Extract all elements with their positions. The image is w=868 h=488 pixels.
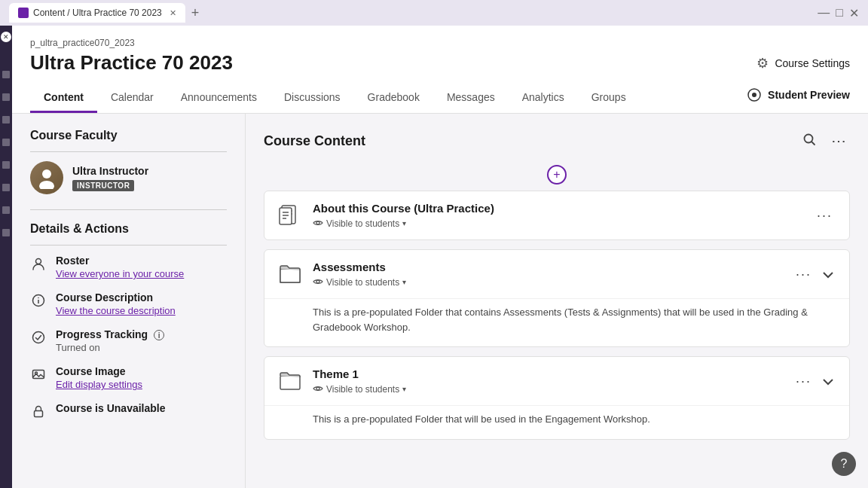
unavailable-label: Course is Unavailable [56,402,166,414]
about-visibility-caret[interactable]: ▾ [402,219,406,227]
about-item-title: About this Course (Ultra Practice) [313,202,803,215]
assessments-item-body: This is a pre-populated Folder that cont… [264,298,849,346]
assessments-visibility-text: Visible to students [326,277,399,288]
detail-item-description: Course Description View the course descr… [30,291,227,316]
avatar-silhouette [35,166,58,189]
help-button[interactable]: ? [832,452,856,476]
course-id: p_ultra_practice070_2023 [30,38,850,48]
svg-point-7 [38,297,39,299]
roster-content: Roster View everyone in your course [56,255,184,279]
about-visibility-row: Visible to students ▾ [313,218,803,229]
browser-tab[interactable]: Content / Ultra Practice 70 2023 ✕ [9,3,185,23]
svg-rect-11 [35,411,43,417]
content-header: Course Content ⋯ [264,129,850,153]
svg-point-3 [39,181,54,189]
progress-label: Progress Tracking i [56,328,164,340]
about-more-button[interactable]: ··· [812,205,837,227]
tab-close-btn[interactable]: ✕ [170,8,176,18]
search-button[interactable] [799,130,819,153]
tab-announcements[interactable]: Announcements [167,84,270,113]
tab-calendar[interactable]: Calendar [97,84,167,113]
about-item-info: About this Course (Ultra Practice) Visib… [313,202,803,229]
tab-gradebook[interactable]: Gradebook [354,84,433,113]
content-section-title: Course Content [264,133,365,149]
svg-rect-25 [280,376,300,389]
description-link[interactable]: View the course description [56,305,176,316]
browser-maximize[interactable]: □ [836,6,843,20]
icon-sidebar: ✕ [0,26,12,488]
detail-item-roster: Roster View everyone in your course [30,255,227,279]
add-content-button[interactable]: + [547,165,567,185]
svg-rect-9 [33,371,44,379]
details-section-title: Details & Actions [30,222,227,246]
progress-info-icon[interactable]: i [154,330,164,340]
unavailable-content: Course is Unavailable [56,402,166,414]
course-title: Ultra Practice 70 2023 [30,51,233,75]
sidebar-nav-icon-8 [2,229,10,236]
instructor-row: Ultra Instructor INSTRUCTOR [30,161,227,194]
lock-icon [30,403,47,419]
theme1-visibility-caret[interactable]: ▾ [402,385,406,393]
app-wrapper: ✕ p_ultra_practice070_2023 Ultra Practic… [0,26,868,488]
sidebar-close-btn[interactable]: ✕ [1,32,11,42]
assessments-more-button[interactable]: ··· [791,264,816,285]
gear-icon: ⚙ [756,55,769,72]
tab-favicon [18,8,29,18]
doc-icon [277,202,304,229]
tab-content[interactable]: Content [30,84,97,113]
instructor-info: Ultra Instructor INSTRUCTOR [72,165,148,191]
divider-1 [30,209,227,210]
add-content-row: + [264,165,850,185]
course-settings-label: Course Settings [775,57,850,69]
tab-discussions[interactable]: Discussions [270,84,354,113]
theme1-item-actions: ··· [791,371,837,392]
person-icon [30,255,47,272]
svg-line-13 [811,142,815,145]
folder-icon-theme1 [277,368,304,395]
browser-close[interactable]: ✕ [849,6,859,20]
progress-sub: Turned on [56,342,164,353]
theme1-item-title: Theme 1 [313,368,782,380]
theme1-item-header: Theme 1 Visible to students ▾ [264,357,849,405]
new-tab-button[interactable]: + [191,6,200,20]
course-settings-button[interactable]: ⚙ Course Settings [756,55,850,72]
tab-groups[interactable]: Groups [578,84,640,113]
assessments-visibility-caret[interactable]: ▾ [402,278,406,286]
assessments-item-title: Assessments [313,261,782,273]
student-preview-icon [747,87,762,102]
svg-point-2 [42,169,51,178]
theme1-expand-button[interactable] [819,371,837,392]
detail-item-progress: Progress Tracking i Turned on [30,328,227,353]
edit-display-settings-link[interactable]: Edit display settings [56,379,142,390]
browser-minimize[interactable]: — [818,6,830,20]
check-circle-icon [30,329,47,346]
detail-item-unavailable: Course is Unavailable [30,402,227,419]
roster-link[interactable]: View everyone in your course [56,268,184,279]
image-icon [30,366,47,383]
tab-analytics[interactable]: Analytics [509,84,578,113]
theme1-more-button[interactable]: ··· [791,371,816,392]
tab-messages[interactable]: Messages [433,84,509,113]
info-icon [30,292,47,309]
assessments-item-actions: ··· [791,264,837,285]
eye-icon-assessments [313,276,323,288]
sidebar-nav-icon-5 [2,161,10,169]
student-preview-label: Student Preview [768,89,850,101]
body-content: Course Faculty Ultra Instructor [12,114,868,488]
student-preview-button[interactable]: Student Preview [747,87,850,110]
eye-icon-theme1 [313,383,323,395]
tab-label: Content / Ultra Practice 70 2023 [33,8,162,18]
instructor-name: Ultra Instructor [72,165,148,177]
description-content: Course Description View the course descr… [56,291,176,316]
assessments-item-info: Assessments Visible to students ▾ [313,261,782,288]
assessments-item-header: Assessments Visible to students ▾ [264,250,849,298]
svg-point-24 [316,280,319,283]
sidebar-nav-icon-4 [2,139,10,146]
more-options-button[interactable]: ⋯ [828,129,850,153]
assessments-expand-button[interactable] [819,264,837,285]
search-icon [802,133,816,146]
about-item-header: About this Course (Ultra Practice) Visib… [264,191,849,239]
folder-icon-assessments [277,261,304,288]
nav-tabs: Content Calendar Announcements Discussio… [30,84,850,113]
image-content: Course Image Edit display settings [56,365,142,390]
